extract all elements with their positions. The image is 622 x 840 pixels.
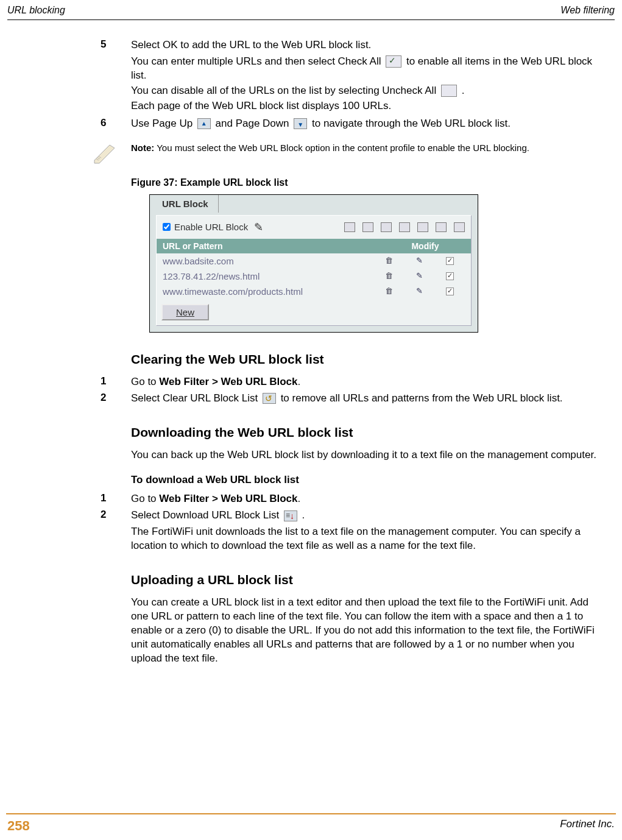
text: to navigate through the Web URL block li… [312,118,511,129]
uncheck-all-toolbar-icon[interactable] [362,222,373,232]
enable-checkbox[interactable] [446,257,454,265]
modify-cell: 🗑 ✎ [373,287,465,295]
note-block: Note: You must select the Web URL Block … [91,142,598,166]
downloading-step-2: 2 Select Download URL Block List . [101,509,610,523]
text: . [298,376,301,387]
edit-icon[interactable]: ✎ [415,287,424,295]
edit-icon[interactable]: ✎ [415,256,424,265]
url-cell: www.badsite.com [163,256,373,266]
downloading-intro: You can back up the Web URL block list b… [131,448,610,462]
downloading-sub: To download a Web URL block list [131,474,610,486]
col-header-modify: Modify [380,239,471,253]
table-row: www.timewaste.com/products.html 🗑 ✎ [157,284,471,299]
enable-url-block-checkbox[interactable] [163,223,171,231]
text: You can enter multiple URLs and then sel… [131,55,384,67]
clearing-step-1: 1 Go to Web Filter > Web URL Block. [101,375,610,389]
page-up-toolbar-icon[interactable] [381,222,392,232]
new-button-wrapper: New [157,299,471,325]
downloading-step-1: 1 Go to Web Filter > Web URL Block. [101,492,610,506]
col-header-url: URL or Pattern [157,239,380,253]
step-text: Go to Web Filter > Web URL Block. [131,375,610,389]
step-6: 6 Use Page Up and Page Down to navigate … [101,117,610,131]
enable-left: Enable URL Block ✎ [163,221,263,234]
url-cell: www.timewaste.com/products.html [163,286,373,297]
step-number: 2 [101,392,131,406]
header-right: Web filtering [560,5,615,16]
step-number: 1 [101,375,131,389]
url-cell: 123.78.41.22/news.html [163,271,373,281]
url-block-tab: URL Block [155,195,219,213]
clearing-step-2: 2 Select Clear URL Block List to remove … [101,392,610,406]
page-up-icon [197,118,211,129]
page-down-toolbar-icon[interactable] [399,222,410,232]
table-row: 123.78.41.22/news.html 🗑 ✎ [157,269,471,284]
text: Go to [131,493,159,504]
download-toolbar-icon[interactable] [454,222,465,232]
delete-icon[interactable]: 🗑 [384,256,394,265]
step-5-cont1: You can enter multiple URLs and then sel… [131,55,610,83]
note-label: Note: [131,143,154,153]
text: Select Download URL Block List [131,509,282,521]
table-row: www.badsite.com 🗑 ✎ [157,253,471,269]
text: . [302,509,305,521]
step-number: 2 [101,509,131,523]
step-number: 1 [101,492,131,506]
clearing-heading: Clearing the Web URL block list [131,352,610,367]
page-header: URL blocking Web filtering [0,0,622,19]
header-left: URL blocking [7,5,65,16]
enable-label: Enable URL Block [174,222,248,232]
edit-icon[interactable]: ✎ [254,221,263,234]
column-header-row: URL or Pattern Modify [157,239,471,253]
check-all-toolbar-icon[interactable] [344,222,355,232]
enable-checkbox[interactable] [446,288,454,295]
url-block-panel: Enable URL Block ✎ URL or Pattern Modify [156,215,472,326]
step-number: 5 [101,38,131,52]
step-text: Select Clear URL Block List to remove al… [131,392,610,406]
text: . [298,493,301,504]
modify-cell: 🗑 ✎ [373,272,465,280]
text: You can disable all of the URLs on the l… [131,85,439,96]
downloading-heading: Downloading the Web URL block list [131,425,610,440]
footer-company: Fortinet Inc. [560,818,615,834]
text: Go to [131,376,159,387]
text: and Page Down [216,118,292,129]
note-text: Note: You must select the Web URL Block … [131,142,598,154]
delete-icon[interactable]: 🗑 [384,287,394,295]
page-footer: 258 Fortinet Inc. [0,813,622,840]
step-text: Go to Web Filter > Web URL Block. [131,492,610,506]
toolbar [344,222,465,232]
step-5: 5 Select OK to add the URL to the Web UR… [101,38,610,52]
modify-cell: 🗑 ✎ [373,256,465,265]
text: . [462,85,465,96]
step-5-cont3: Each page of the Web URL block list disp… [131,99,610,113]
enable-row: Enable URL Block ✎ [157,216,471,239]
uncheck-all-icon [441,85,457,97]
clear-toolbar-icon[interactable] [417,222,428,232]
footer-row: 258 Fortinet Inc. [0,814,622,840]
figure-caption: Figure 37: Example URL block list [131,177,610,188]
text: Use Page Up [131,118,196,129]
url-block-figure: URL Block Enable URL Block ✎ [149,194,478,333]
note-icon [91,142,122,166]
uploading-body: You can create a URL block list in a tex… [131,596,610,666]
step-text: Select Download URL Block List . [131,509,610,523]
delete-icon[interactable]: 🗑 [384,272,394,280]
menu-path: Web Filter > Web URL Block [159,376,297,387]
check-all-icon [386,55,401,68]
menu-path: Web Filter > Web URL Block [159,493,297,504]
edit-icon[interactable]: ✎ [415,272,424,280]
page-down-icon [294,118,307,129]
enable-checkbox[interactable] [446,272,454,280]
text: to remove all URLs and patterns from the… [281,392,563,404]
download-list-icon [284,510,297,521]
upload-toolbar-icon[interactable] [436,222,447,232]
content: 5 Select OK to add the URL to the Web UR… [0,20,622,682]
uploading-heading: Uploading a URL block list [131,573,610,587]
clear-list-icon [263,393,276,404]
new-button[interactable]: New [161,304,209,320]
step-text: Use Page Up and Page Down to navigate th… [131,117,610,131]
downloading-step-2-cont: The FortiWiFi unit downloads the list to… [131,525,610,553]
step-text: Select OK to add the URL to the Web URL … [131,38,610,52]
note-body: You must select the Web URL Block option… [154,143,529,153]
page-number: 258 [7,818,30,834]
